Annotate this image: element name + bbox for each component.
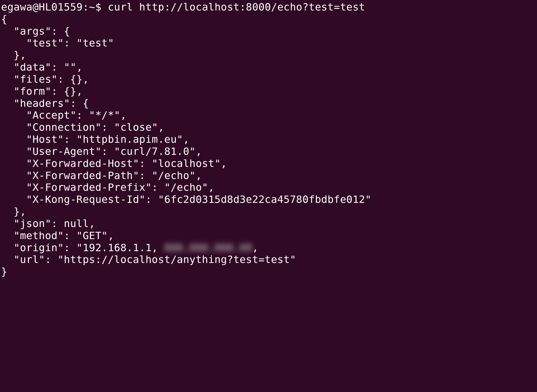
redacted-ip: XXX.XXX.XXX.XX xyxy=(164,242,252,254)
output-line: }, xyxy=(1,49,26,61)
output-line: "X-Forwarded-Prefix": "/echo", xyxy=(1,181,215,193)
output-line: } xyxy=(1,266,7,277)
terminal[interactable]: egawa@HL01559:~$ curl http://localhost:8… xyxy=(0,0,537,278)
output-line: "Accept": "*/*", xyxy=(1,109,127,121)
output-line: "headers": { xyxy=(1,97,89,109)
command-text: curl http://localhost:8000/echo?test=tes… xyxy=(108,1,365,13)
output-line: "args": { xyxy=(1,25,70,37)
output-origin-suffix: , xyxy=(252,242,258,254)
output-line: "files": {}, xyxy=(1,73,89,85)
output-line: "User-Agent": "curl/7.81.0", xyxy=(1,145,202,157)
prompt-user-host: egawa@HL01559 xyxy=(1,1,83,13)
output-line: "url": "https://localhost/anything?test=… xyxy=(1,254,296,265)
output-line: }, xyxy=(1,206,26,217)
output-line: "form": {}, xyxy=(1,85,83,97)
output-line: "test": "test" xyxy=(1,37,114,49)
output-line: "data": "", xyxy=(1,61,83,73)
prompt-symbol: $ xyxy=(95,1,101,13)
output-line: "X-Kong-Request-Id": "6fc2d0315d8d3e22ca… xyxy=(1,193,371,205)
output-line: "Connection": "close", xyxy=(1,121,164,133)
output-line: { xyxy=(1,13,7,25)
output-line: "Host": "httpbin.apim.eu", xyxy=(1,133,189,145)
prompt-separator: : xyxy=(83,1,89,13)
output-line: "method": "GET", xyxy=(1,230,114,241)
prompt-cwd: ~ xyxy=(89,1,95,13)
output-origin-prefix: "origin": "192.168.1.1, xyxy=(1,242,164,254)
output-line: "X-Forwarded-Path": "/echo", xyxy=(1,170,202,181)
output-line: "X-Forwarded-Host": "localhost", xyxy=(1,157,227,169)
output-line: "json": null, xyxy=(1,218,95,229)
